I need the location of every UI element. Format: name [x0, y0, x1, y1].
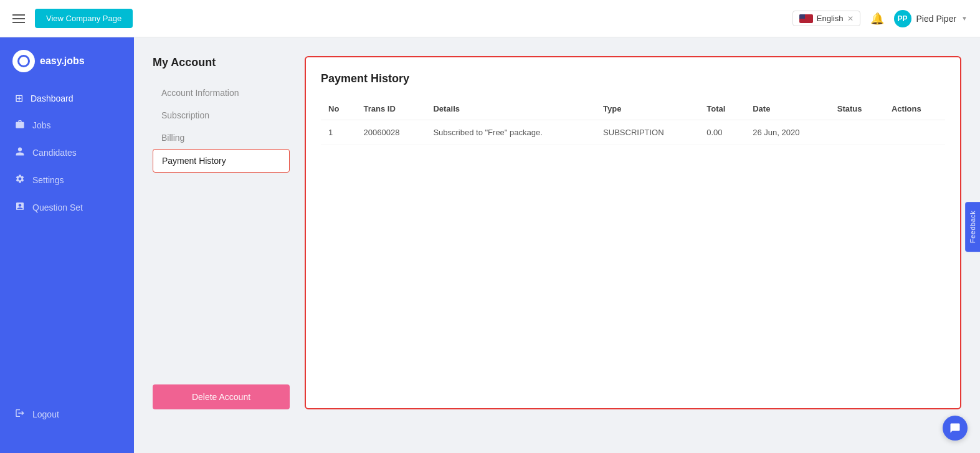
- cell-no: 1: [321, 120, 356, 145]
- settings-icon: [15, 174, 25, 186]
- chat-bubble[interactable]: [943, 416, 968, 441]
- sidebar-item-label-logout: Logout: [32, 409, 59, 419]
- top-header: View Company Page English ✕ 🔔 PP Pied Pi…: [0, 0, 980, 37]
- flag-icon: [799, 14, 813, 23]
- notification-bell-icon[interactable]: 🔔: [870, 12, 884, 26]
- cell-actions: [884, 120, 945, 145]
- logo-inner: [17, 55, 30, 67]
- user-avatar: PP: [894, 10, 911, 27]
- payment-table: No Trans ID Details Type Total Date Stat…: [321, 98, 945, 145]
- account-nav-account-information[interactable]: Account Information: [153, 82, 290, 104]
- table-row: 1 20060028 Subscribed to "Free" package.…: [321, 120, 945, 145]
- sidebar-item-jobs[interactable]: Jobs: [0, 112, 134, 139]
- cell-total: 0.00: [699, 120, 745, 145]
- question-set-icon: [15, 201, 25, 214]
- cell-details: Subscribed to "Free" package.: [426, 120, 596, 145]
- view-company-button[interactable]: View Company Page: [35, 9, 133, 28]
- main-content: My Account Account Information Subscript…: [134, 37, 980, 453]
- account-title: My Account: [153, 56, 290, 69]
- sidebar-item-label-settings: Settings: [32, 175, 64, 185]
- col-header-total: Total: [699, 98, 745, 120]
- logo-text: easy.jobs: [40, 55, 85, 67]
- account-nav-billing[interactable]: Billing: [153, 126, 290, 149]
- delete-account-button[interactable]: Delete Account: [153, 384, 290, 409]
- account-sidebar: My Account Account Information Subscript…: [153, 56, 290, 409]
- cell-type: SUBSCRIPTION: [596, 120, 699, 145]
- cell-trans-id: 20060028: [356, 120, 426, 145]
- hamburger-icon[interactable]: [12, 14, 25, 23]
- language-label: English: [817, 14, 844, 23]
- close-lang-icon[interactable]: ✕: [847, 14, 854, 23]
- user-menu[interactable]: PP Pied Piper ▼: [894, 10, 968, 27]
- sidebar-item-question-set[interactable]: Question Set: [0, 194, 134, 221]
- sidebar-item-label-dashboard: Dashboard: [31, 93, 74, 103]
- logout-icon: [15, 408, 25, 421]
- candidates-icon: [15, 146, 25, 159]
- dashboard-icon: ⊞: [15, 92, 23, 104]
- header-right: English ✕ 🔔 PP Pied Piper ▼: [792, 10, 968, 27]
- sidebar-item-settings[interactable]: Settings: [0, 166, 134, 194]
- col-header-trans-id: Trans ID: [356, 98, 426, 120]
- cell-status: [830, 120, 884, 145]
- jobs-icon: [15, 119, 25, 131]
- logo-area: easy.jobs: [0, 50, 134, 85]
- payment-history-title: Payment History: [321, 72, 945, 85]
- col-header-date: Date: [745, 98, 830, 120]
- chevron-down-icon: ▼: [961, 15, 968, 22]
- col-header-no: No: [321, 98, 356, 120]
- sidebar-item-candidates[interactable]: Candidates: [0, 139, 134, 166]
- main-layout: easy.jobs ⊞ Dashboard Jobs Candidates Se…: [0, 37, 980, 453]
- account-nav-subscription[interactable]: Subscription: [153, 104, 290, 126]
- account-layout: My Account Account Information Subscript…: [153, 56, 961, 409]
- col-header-actions: Actions: [884, 98, 945, 120]
- user-name-label: Pied Piper: [916, 14, 957, 24]
- sidebar-item-dashboard[interactable]: ⊞ Dashboard: [0, 85, 134, 112]
- feedback-tab[interactable]: Feedback: [965, 201, 980, 251]
- col-header-details: Details: [426, 98, 596, 120]
- language-selector[interactable]: English ✕: [792, 11, 860, 26]
- sidebar-item-logout[interactable]: Logout: [0, 401, 134, 428]
- logo-circle: [12, 50, 35, 72]
- cell-date: 26 Jun, 2020: [745, 120, 830, 145]
- sidebar-bottom: Logout: [0, 388, 134, 441]
- sidebar: easy.jobs ⊞ Dashboard Jobs Candidates Se…: [0, 37, 134, 453]
- sidebar-item-label-candidates: Candidates: [32, 148, 77, 158]
- col-header-type: Type: [596, 98, 699, 120]
- col-header-status: Status: [830, 98, 884, 120]
- account-nav-payment-history[interactable]: Payment History: [153, 149, 290, 173]
- sidebar-item-label-question-set: Question Set: [32, 203, 83, 212]
- header-left: View Company Page: [12, 9, 792, 28]
- table-header-row: No Trans ID Details Type Total Date Stat…: [321, 98, 945, 120]
- sidebar-item-label-jobs: Jobs: [32, 120, 51, 130]
- payment-history-panel: Payment History No Trans ID Details Type…: [305, 56, 961, 409]
